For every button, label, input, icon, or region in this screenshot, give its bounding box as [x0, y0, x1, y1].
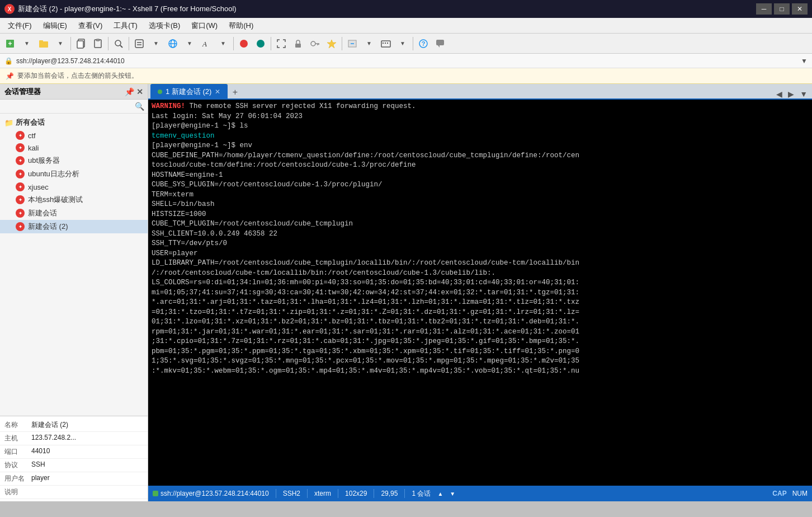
tree-item-ubuntu-log[interactable]: ✦ ubuntu日志分析 [0, 167, 148, 181]
title-bar: X 新建会话 (2) - player@engine-1:~ - Xshell … [0, 0, 812, 18]
menu-edit[interactable]: 编辑(E) [37, 18, 73, 33]
menu-file[interactable]: 文件(F) [2, 18, 37, 33]
sidebar-pin-btn[interactable]: 📌 [125, 87, 134, 96]
toolbar-bookmark-btn[interactable] [324, 36, 339, 51]
toolbar-transfer-dropdown[interactable]: ▼ [361, 36, 377, 51]
toolbar-open-dropdown[interactable]: ▼ [53, 36, 68, 51]
terminal-output[interactable]: WARNING! The remote SSH server rejected … [148, 100, 812, 486]
tab-nav-right[interactable]: ▶ [786, 90, 796, 98]
menu-help[interactable]: 帮助(H) [223, 18, 259, 33]
prop-label-port: 端口 [4, 447, 31, 457]
terminal-container: WARNING! The remote SSH server rejected … [148, 100, 812, 486]
toolbar-copy-btn[interactable] [73, 36, 89, 51]
terminal-line: CUBE_SYS_PLUGIN=/root/centoscloud/cube-1… [152, 180, 809, 190]
status-protocol: SSH2 [283, 490, 300, 497]
tab-label: 1 新建会话 (2) [166, 87, 211, 97]
terminal-line: HOSTNAME=engine-1 [152, 171, 809, 181]
toolbar-font-dropdown[interactable]: ▼ [215, 36, 231, 51]
toolbar-kbd-btn[interactable] [378, 36, 394, 51]
toolbar-paste-btn[interactable] [90, 36, 106, 51]
tab-nav-left[interactable]: ◀ [774, 90, 785, 98]
tree-item-ctf[interactable]: ✦ ctf [0, 129, 148, 142]
status-ssh-url: ssh://player@123.57.248.214:44010 [153, 490, 269, 497]
toolbar-props-dropdown[interactable]: ▼ [148, 36, 164, 51]
toolbar-teal-btn[interactable] [253, 36, 268, 51]
toolbar-globe-dropdown[interactable]: ▼ [182, 36, 197, 51]
toolbar-fullscreen-btn[interactable] [273, 36, 289, 51]
status-sessions: 1 会话 [412, 489, 431, 499]
toolbar-new-dropdown[interactable]: ▼ [19, 36, 35, 51]
close-button[interactable]: ✕ [792, 3, 808, 15]
tree-item-xjusec[interactable]: ✦ xjusec [0, 181, 148, 193]
menu-window[interactable]: 窗口(W) [186, 18, 223, 33]
tree-item-local-ssh[interactable]: ✦ 本地ssh爆破测试 [0, 193, 148, 206]
toolbar-font-btn[interactable]: A [199, 36, 214, 51]
terminal-line: SHELL=/bin/bash [152, 200, 809, 210]
terminal-line: *.arc=01;31:*.arj=01;31:*.taz=01;31:*.lh… [152, 298, 809, 308]
tab-add-button[interactable]: + [229, 86, 241, 98]
svg-rect-28 [383, 43, 384, 44]
tab-close-btn[interactable]: ✕ [215, 88, 220, 96]
terminal-line: [player@engine-1 ~]$ ls [152, 121, 809, 131]
session-icon-xjusec: ✦ [16, 182, 25, 191]
svg-rect-7 [96, 39, 100, 41]
toolbar-lock-btn[interactable] [290, 36, 306, 51]
tab-menu-btn[interactable]: ▼ [797, 90, 810, 98]
svg-point-20 [311, 41, 315, 46]
toolbar-search-btn[interactable] [111, 36, 126, 51]
status-url-text: ssh://player@123.57.248.214:44010 [160, 490, 269, 497]
sidebar-close-btn[interactable]: ✕ [136, 87, 143, 96]
prop-label-host: 主机 [4, 434, 31, 443]
toolbar-chat-btn[interactable] [432, 36, 448, 51]
prop-row-username: 用户名 player [0, 472, 148, 486]
svg-marker-34 [438, 45, 440, 48]
tree-item-new-session-2[interactable]: ✦ 新建会话 (2) [0, 220, 148, 233]
minimize-button[interactable]: ─ [756, 3, 772, 15]
toolbar-open-btn[interactable] [36, 36, 51, 51]
prop-value-name: 新建会话 (2) [31, 420, 143, 430]
terminal-line: rpm=01;31:*.jar=01;31:*.war=01;31:*.ear=… [152, 327, 809, 337]
terminal-line: =01;31:*.tzo=01;31:*.t7z=01;31:*.zip=01;… [152, 308, 809, 318]
menu-tools[interactable]: 工具(T) [108, 18, 143, 33]
svg-rect-19 [295, 44, 301, 48]
svg-point-8 [115, 40, 121, 46]
terminal-line: USER=player [152, 249, 809, 259]
terminal-line: mi=01;05;37;41:su=37;41:sg=30;43:ca=30;4… [152, 288, 809, 298]
toolbar-red-btn[interactable] [236, 36, 252, 51]
title-bar-left: X 新建会话 (2) - player@engine-1:~ - Xshell … [4, 4, 237, 14]
terminal-line: 1;35:*.svg=01;35:*.svgz=01;35:*.mng=01;3… [152, 356, 809, 366]
terminal-line: WARNING! The remote SSH server rejected … [152, 102, 809, 112]
tree-item-new-session[interactable]: ✦ 新建会话 [0, 206, 148, 220]
status-sep-5 [404, 489, 405, 498]
tree-item-label-local-ssh: 本地ssh爆破测试 [28, 195, 83, 205]
prop-value-desc [31, 487, 143, 497]
status-bar: ssh://player@123.57.248.214:44010 SSH2 x… [148, 486, 812, 501]
tab-new-session-2[interactable]: 1 新建会话 (2) ✕ [150, 84, 228, 98]
tab-bar: 1 新建会话 (2) ✕ + ◀ ▶ ▼ [148, 84, 812, 100]
ssh-lock-icon: 🔒 [4, 57, 13, 65]
hint-icon: 📌 [6, 72, 14, 80]
prop-value-port: 44010 [31, 447, 143, 457]
ssh-arrow-btn[interactable]: ▼ [801, 57, 808, 65]
terminal-line: CUBE_DEFINE_PATH=/home/player/tcmenv_que… [152, 151, 809, 161]
prop-value-host: 123.57.248.2... [31, 434, 143, 443]
toolbar-key-btn[interactable] [307, 36, 323, 51]
prop-label-username: 用户名 [4, 474, 31, 483]
svg-rect-29 [385, 43, 386, 44]
toolbar-kbd-dropdown[interactable]: ▼ [395, 36, 410, 51]
svg-line-9 [120, 45, 122, 48]
toolbar-props-btn[interactable] [131, 36, 147, 51]
maximize-button[interactable]: □ [774, 3, 790, 15]
toolbar-transfer-btn[interactable] [344, 36, 360, 51]
toolbar-globe-btn[interactable] [165, 36, 181, 51]
tree-root-all-sessions[interactable]: 📁 所有会话 [0, 116, 148, 129]
menu-view[interactable]: 查看(V) [73, 18, 108, 33]
search-icon[interactable]: 🔍 [135, 102, 144, 111]
toolbar-help-btn[interactable]: ? [416, 36, 431, 51]
tree-item-ubt[interactable]: ✦ ubt服务器 [0, 154, 148, 167]
toolbar-new-btn[interactable]: + [2, 36, 18, 51]
tree-item-label-ctf: ctf [28, 131, 36, 140]
tree-item-kali[interactable]: ✦ kali [0, 142, 148, 154]
menu-tabs[interactable]: 选项卡(B) [143, 18, 186, 33]
sidebar-header: 会话管理器 📌 ✕ [0, 84, 148, 100]
